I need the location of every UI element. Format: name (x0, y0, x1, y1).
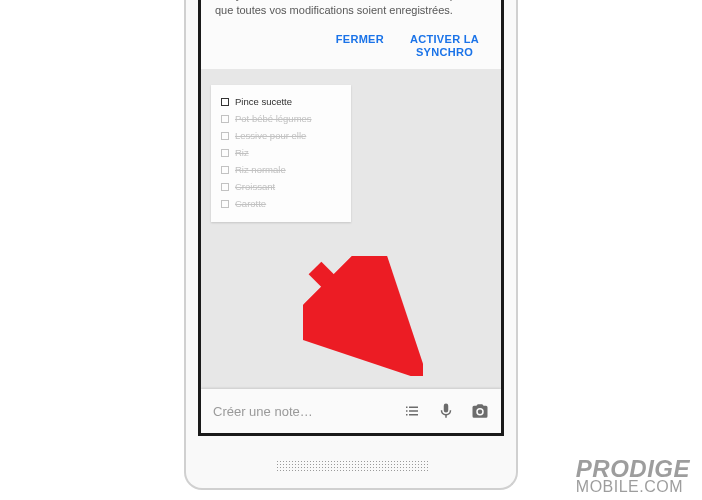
checkbox-icon[interactable] (221, 166, 229, 174)
list-item[interactable]: Pot bébé légumes (221, 110, 341, 127)
camera-icon[interactable] (471, 402, 489, 420)
checkbox-icon[interactable] (221, 115, 229, 123)
watermark-line1: PRODIGE (576, 458, 690, 480)
checkbox-icon[interactable] (221, 98, 229, 106)
list-item-label: Riz (235, 147, 249, 158)
list-item-label: Croissant (235, 181, 275, 192)
list-item-label: Riz normale (235, 164, 286, 175)
checkbox-icon[interactable] (221, 183, 229, 191)
list-item[interactable]: Pince sucette (221, 93, 341, 110)
device-speaker (276, 460, 430, 472)
banner-message: La synchronisation est désactivée. Réact… (215, 0, 487, 19)
toolbar-icons (403, 402, 489, 420)
device-frame: La synchronisation est désactivée. Réact… (184, 0, 518, 490)
list-item[interactable]: Carotte (221, 195, 341, 212)
watermark: PRODIGE MOBILE.COM (576, 458, 690, 494)
microphone-icon[interactable] (437, 402, 455, 420)
list-item-label: Carotte (235, 198, 266, 209)
checkbox-icon[interactable] (221, 149, 229, 157)
notes-content: Pince sucette Pot bébé légumes Lessive p… (201, 69, 501, 238)
list-icon[interactable] (403, 402, 421, 420)
annotation-arrow-icon (303, 256, 423, 376)
activate-label-line1: ACTIVER LA (410, 33, 479, 45)
bottom-toolbar (201, 389, 501, 433)
activate-label-line2: SYNCHRO (416, 46, 473, 58)
checkbox-icon[interactable] (221, 132, 229, 140)
watermark-line2: MOBILE.COM (576, 480, 690, 494)
sync-banner: La synchronisation est désactivée. Réact… (201, 0, 501, 69)
close-button[interactable]: FERMER (336, 33, 384, 59)
list-item[interactable]: Riz normale (221, 161, 341, 178)
note-card[interactable]: Pince sucette Pot bébé légumes Lessive p… (211, 85, 351, 222)
create-note-input[interactable] (213, 404, 403, 419)
banner-actions: FERMER ACTIVER LA SYNCHRO (215, 33, 487, 59)
list-item-label: Pince sucette (235, 96, 292, 107)
list-item-label: Pot bébé légumes (235, 113, 312, 124)
list-item[interactable]: Croissant (221, 178, 341, 195)
activate-sync-button[interactable]: ACTIVER LA SYNCHRO (410, 33, 479, 59)
list-item[interactable]: Riz (221, 144, 341, 161)
list-item[interactable]: Lessive pour elle (221, 127, 341, 144)
screen: La synchronisation est désactivée. Réact… (198, 0, 504, 436)
checkbox-icon[interactable] (221, 200, 229, 208)
list-item-label: Lessive pour elle (235, 130, 306, 141)
svg-line-0 (315, 268, 391, 344)
